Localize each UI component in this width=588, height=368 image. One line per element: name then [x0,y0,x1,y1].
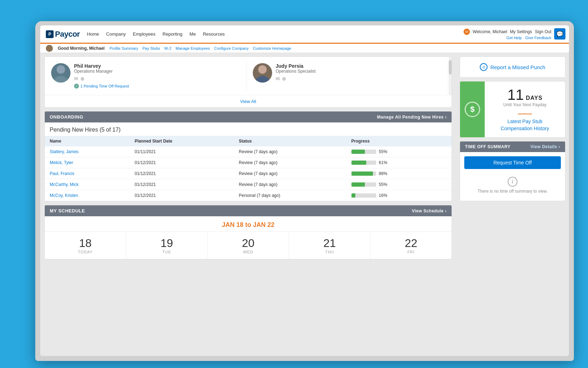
status-cell: Review (7 days ago) [234,168,347,179]
view-schedule-link[interactable]: View Schedule › [412,209,447,213]
customize-homepage-link[interactable]: Customize Homepage [253,46,291,50]
table-header-row: Name Planned Start Date Status Progress [45,136,452,146]
nav-employees[interactable]: Employees [133,31,155,37]
get-help-link[interactable]: Get Help [507,36,522,40]
start-date-cell: 01/11/2021 [130,146,234,157]
progress-pct: 55% [379,182,390,187]
employee-actions-1: ✉ ⊕ [74,76,243,82]
col-date: Planned Start Date [130,136,234,146]
nav-resources[interactable]: Resources [203,31,225,37]
status-cell: Personal (7 days ago) [234,190,347,201]
paycor-logo: P Paycor [46,30,80,39]
schedule-days: 18 TODAY 19 TUE 20 WED 21 THU 22 FRI [45,231,452,259]
col-name: Name [45,136,130,146]
table-row: Paul, Francis01/12/2021Review (7 days ag… [45,168,452,179]
progress-cell: 61% [347,157,452,168]
pending-title: Pending New Hires (5 of 17) [45,122,452,136]
report-missed-punch-link[interactable]: ⊙ Report a Missed Punch [465,63,560,71]
day-number: 19 [130,237,204,250]
more-icon-2[interactable]: ⊕ [282,76,286,82]
progress-bar-bg [351,161,376,165]
table-row: McCarthy, Mick01/12/2021Review (7 days a… [45,179,452,190]
onboarding-table-body: Slattery, James01/11/2021Review (7 days … [45,146,452,201]
compensation-history-link[interactable]: Compensation History [501,126,549,131]
table-row: McCoy, Kristen01/12/2021Personal (7 days… [45,190,452,201]
nav-home[interactable]: Home [87,31,99,37]
employee-name-link[interactable]: Melick, Tyler [50,160,73,165]
nav-reporting[interactable]: Reporting [163,31,182,37]
days-row: 11 DAYS [507,88,543,102]
time-off-card: TIME OFF SUMMARY View Details › Request … [460,141,565,201]
payday-green-side: $ [460,82,485,137]
time-off-body: Request Time Off i There is no time off … [460,152,565,201]
welcome-row: M Welcome, Michael My Settings Sign Out [464,29,551,35]
profile-summary-link[interactable]: Profile Summary [110,46,138,50]
table-row: Melick, Tyler01/12/2021Review (7 days ag… [45,157,452,168]
latest-pay-stub-link[interactable]: Latest Pay Stub [508,119,543,124]
clock-icon: ⊙ [480,63,488,71]
start-date-cell: 01/12/2021 [130,179,234,190]
table-row: Slattery, James01/11/2021Review (7 days … [45,146,452,157]
chat-icon[interactable]: 💬 [554,28,565,40]
request-time-off-button[interactable]: Request Time Off [464,156,561,169]
nav-me[interactable]: Me [189,31,196,37]
employee-name-link[interactable]: McCarthy, Mick [50,182,79,187]
schedule-day: 18 TODAY [45,232,126,259]
schedule-day: 20 WED [208,232,289,259]
employee-actions-2: ✉ ⊕ [276,76,445,82]
scrollbar[interactable] [449,57,452,95]
employee-cards-inner: Phil Harvey Operations Manager ✉ ⊕ ✓ 1 P… [45,57,452,95]
employee-card-2: Judy Persia Operations Specialist ✉ ⊕ [250,60,448,91]
pay-stubs-link[interactable]: Pay Stubs [142,46,160,50]
employee-name-link[interactable]: McCoy, Kristen [50,193,78,198]
screen: P Paycor Home Company Employees Reportin… [40,25,569,356]
welcome-text: Welcome, Michael [473,29,507,34]
employee-avatar-2 [253,63,272,83]
progress-bar-wrap: 16% [351,193,447,198]
employee-info-2: Judy Persia Operations Specialist ✉ ⊕ [276,63,445,84]
day-label: TODAY [48,250,122,254]
onboarding-header: ONBOARDING Manage All Pending New Hires … [45,111,452,122]
sign-out-link[interactable]: Sign Out [535,29,551,34]
progress-bar-bg [351,150,376,154]
my-settings-link[interactable]: My Settings [510,29,532,34]
progress-bar-wrap: 55% [351,149,447,154]
progress-bar-fill [351,150,365,154]
center-panel: Phil Harvey Operations Manager ✉ ⊕ ✓ 1 P… [40,53,456,356]
day-label: THU [293,250,367,254]
schedule-day: 21 THU [289,232,370,259]
progress-pct: 61% [379,160,390,165]
status-cell: Review (7 days ago) [234,146,347,157]
progress-bar-bg [351,182,376,187]
right-panel: ⊙ Report a Missed Punch $ 11 DAYS Unti [456,53,569,356]
employee-name-link[interactable]: Paul, Francis [50,171,74,176]
nav-company[interactable]: Company [106,31,126,37]
support-links: Get Help Give Feedback [507,36,551,40]
pending-time-off-1[interactable]: ✓ 1 Pending Time Off Request [74,84,243,89]
view-details-link[interactable]: View Details › [531,144,560,149]
configure-company-link[interactable]: Configure Company [214,46,249,50]
day-number: 22 [374,237,448,250]
progress-bar-wrap: 55% [351,182,447,187]
day-label: FRI [374,250,448,254]
employee-title-1: Operations Manager [74,69,243,74]
email-icon-1[interactable]: ✉ [74,76,78,82]
w2-link[interactable]: W-2 [164,46,171,50]
employee-name-1: Phil Harvey [74,63,243,69]
employee-name-link[interactable]: Slattery, James [50,149,79,154]
progress-cell: 16% [347,190,452,201]
more-icon-1[interactable]: ⊕ [80,76,85,82]
view-all-link[interactable]: View All [240,99,256,104]
progress-cell: 55% [347,179,452,190]
col-progress: Progress [347,136,452,146]
col-status: Status [234,136,347,146]
progress-pct: 16% [379,193,390,198]
start-date-cell: 01/12/2021 [130,190,234,201]
manage-hires-link[interactable]: Manage All Pending New Hires › [377,115,447,120]
scrollbar-thumb[interactable] [449,60,452,74]
until-label: Until Your Next Payday [503,102,547,107]
email-icon-2[interactable]: ✉ [276,76,280,82]
manage-employees-link[interactable]: Manage Employees [176,46,210,50]
schedule-title: MY SCHEDULE [50,208,85,213]
give-feedback-link[interactable]: Give Feedback [525,36,551,40]
